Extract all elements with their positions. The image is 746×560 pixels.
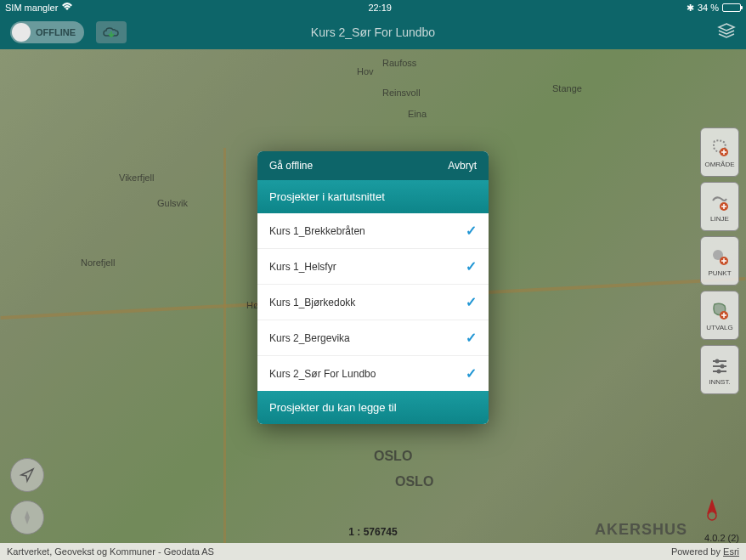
settings-tool-button[interactable]: INNST. xyxy=(700,345,739,394)
right-toolbar: OMRÅDE LINJE PUNKT UTVALG INNST. xyxy=(700,127,739,394)
tool-label: UTVALG xyxy=(706,324,732,331)
list-item[interactable]: Kurs 1_Helsfyr ✓ xyxy=(257,249,489,285)
page-title: Kurs 2_Sør For Lundbo xyxy=(311,25,435,39)
left-controls xyxy=(10,458,44,535)
ios-status-bar: SIM mangler 22:19 ✱ 34 % xyxy=(0,0,746,15)
footer-bar: Kartverket, Geovekst og Kommuner - Geoda… xyxy=(0,543,746,560)
offline-modal: Gå offline Avbryt Prosjekter i kartutsni… xyxy=(257,151,489,424)
battery-percent: 34 % xyxy=(698,3,719,13)
modal-title: Gå offline xyxy=(269,160,313,172)
attribution-text: Kartverket, Geovekst og Kommuner - Geoda… xyxy=(7,546,214,557)
selection-tool-button[interactable]: UTVALG xyxy=(700,291,739,340)
esri-link[interactable]: Esri xyxy=(723,546,739,557)
carrier-text: SIM mangler xyxy=(5,3,58,13)
compass-icon xyxy=(19,509,36,526)
offline-label: OFFLINE xyxy=(36,27,76,37)
check-icon: ✓ xyxy=(466,330,477,346)
tool-label: PUNKT xyxy=(708,269,731,277)
download-button[interactable] xyxy=(96,21,127,43)
project-name: Kurs 2_Sør For Lundbo xyxy=(269,368,376,380)
modal-section-header: Prosjekter du kan legge til xyxy=(257,391,489,424)
bluetooth-icon: ✱ xyxy=(687,3,694,14)
project-name: Kurs 1_Bjørkedokk xyxy=(269,297,355,308)
layers-button[interactable] xyxy=(717,22,736,42)
toggle-knob xyxy=(12,23,31,42)
modal-section-header: Prosjekter i kartutsnittet xyxy=(257,180,489,213)
project-name: Kurs 1_Helsfyr xyxy=(269,261,336,273)
list-item[interactable]: Kurs 2_Sør For Lundbo ✓ xyxy=(257,356,489,391)
project-list: Kurs 1_Brekkebråten ✓ Kurs 1_Helsfyr ✓ K… xyxy=(257,213,489,391)
tool-label: LINJE xyxy=(710,215,729,223)
check-icon: ✓ xyxy=(466,294,477,310)
list-item[interactable]: Kurs 1_Bjørkedokk ✓ xyxy=(257,285,489,320)
line-tool-button[interactable]: LINJE xyxy=(700,182,739,231)
cancel-button[interactable]: Avbryt xyxy=(448,160,477,172)
locate-button[interactable] xyxy=(10,458,44,492)
cloud-download-icon xyxy=(102,25,121,39)
point-tool-button[interactable]: PUNKT xyxy=(700,236,739,286)
clock: 22:19 xyxy=(368,3,392,13)
wifi-icon xyxy=(61,3,73,13)
list-item[interactable]: Kurs 2_Bergevika ✓ xyxy=(257,320,489,356)
svg-point-11 xyxy=(708,512,716,520)
app-header: OFFLINE Kurs 2_Sør For Lundbo xyxy=(0,15,746,49)
project-name: Kurs 1_Brekkebråten xyxy=(269,225,365,237)
north-indicator xyxy=(702,497,722,526)
map-scale: 1 : 576745 xyxy=(348,526,397,538)
point-icon xyxy=(709,246,731,268)
list-item[interactable]: Kurs 1_Brekkebråten ✓ xyxy=(257,213,489,249)
check-icon: ✓ xyxy=(466,223,477,239)
svg-point-10 xyxy=(717,369,721,373)
area-tool-button[interactable]: OMRÅDE xyxy=(700,127,739,177)
project-name: Kurs 2_Bergevika xyxy=(269,332,350,344)
line-icon xyxy=(709,191,731,213)
compass-button[interactable] xyxy=(10,501,44,535)
sliders-icon xyxy=(709,354,731,376)
check-icon: ✓ xyxy=(466,258,477,274)
selection-icon xyxy=(709,300,731,322)
tool-label: OMRÅDE xyxy=(704,161,734,168)
locate-icon xyxy=(19,467,36,484)
check-icon: ✓ xyxy=(466,365,477,382)
tool-label: INNST. xyxy=(709,378,730,386)
app-version: 4.0.2 (2) xyxy=(704,533,739,543)
battery-icon xyxy=(722,3,741,12)
modal-header: Gå offline Avbryt xyxy=(257,151,489,180)
offline-toggle[interactable]: OFFLINE xyxy=(10,21,84,43)
svg-point-8 xyxy=(721,364,725,368)
area-icon xyxy=(709,137,731,159)
powered-by-text: Powered by xyxy=(671,546,721,557)
svg-point-6 xyxy=(715,359,720,363)
